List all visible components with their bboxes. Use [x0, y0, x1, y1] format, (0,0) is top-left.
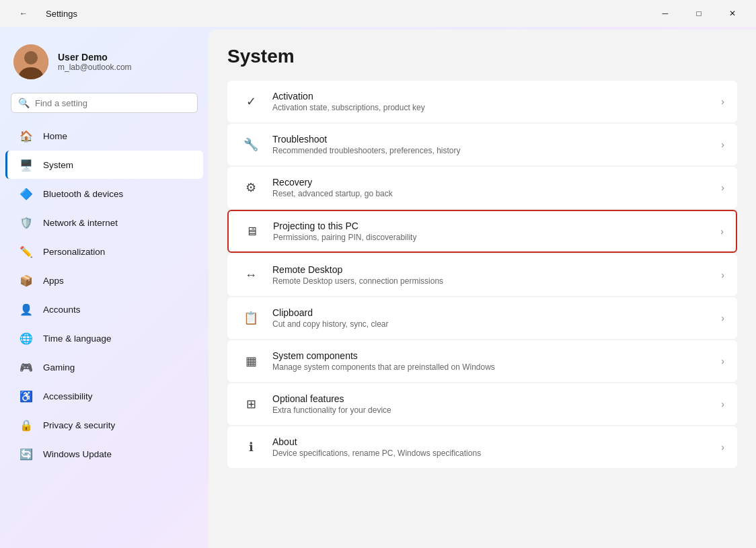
privacy-label: Privacy & security [43, 420, 115, 430]
svg-point-1 [24, 51, 38, 65]
activation-chevron: › [721, 96, 724, 107]
time-icon: 🌐 [19, 331, 34, 346]
sidebar-item-accessibility[interactable]: ♿ Accessibility [5, 382, 203, 410]
settings-item-recovery[interactable]: ⚙ Recovery Reset, advanced startup, go b… [227, 167, 737, 208]
optional-features-desc: Extra functionality for your device [272, 405, 710, 415]
sidebar-item-gaming[interactable]: 🎮 Gaming [5, 353, 203, 381]
settings-item-clipboard[interactable]: 📋 Clipboard Cut and copy history, sync, … [227, 297, 737, 339]
maximize-button[interactable]: □ [683, 3, 714, 24]
troubleshoot-icon: 🔧 [240, 134, 262, 155]
optional-features-text: Optional features Extra functionality fo… [272, 393, 710, 415]
clipboard-title: Clipboard [272, 307, 710, 318]
accounts-label: Accounts [43, 305, 81, 315]
activation-text: Activation Activation state, subscriptio… [272, 91, 710, 112]
sidebar-item-personalization[interactable]: ✏️ Personalization [5, 237, 203, 266]
troubleshoot-desc: Recommended troubleshooters, preferences… [272, 146, 710, 155]
recovery-desc: Reset, advanced startup, go back [272, 189, 710, 198]
settings-item-about[interactable]: ℹ About Device specifications, rename PC… [227, 426, 737, 468]
recovery-title: Recovery [272, 177, 710, 188]
projecting-text: Projecting to this PC Permissions, pairi… [273, 221, 710, 242]
about-chevron: › [721, 442, 724, 453]
activation-icon: ✓ [240, 91, 262, 112]
personalization-label: Personalization [43, 247, 105, 257]
remote-desktop-chevron: › [721, 270, 724, 280]
troubleshoot-title: Troubleshoot [272, 134, 710, 145]
clipboard-icon: 📋 [240, 307, 262, 329]
personalization-icon: ✏️ [19, 244, 34, 259]
settings-item-optional-features[interactable]: ⊞ Optional features Extra functionality … [227, 383, 737, 425]
settings-item-projecting[interactable]: 🖥 Projecting to this PC Permissions, pai… [227, 210, 737, 253]
remote-desktop-title: Remote Desktop [272, 264, 710, 275]
projecting-icon: 🖥 [241, 221, 262, 242]
sidebar-nav: 🏠 Home 🖥️ System 🔷 Bluetooth & devices 🛡… [0, 121, 209, 469]
clipboard-text: Clipboard Cut and copy history, sync, cl… [272, 307, 710, 329]
titlebar-title: Settings [46, 9, 77, 19]
troubleshoot-text: Troubleshoot Recommended troubleshooters… [272, 134, 710, 155]
system-components-text: System components Manage system componen… [272, 350, 710, 372]
apps-label: Apps [43, 276, 64, 286]
bluetooth-label: Bluetooth & devices [43, 189, 123, 199]
back-button[interactable]: ← [8, 3, 39, 24]
projecting-title: Projecting to this PC [273, 221, 710, 231]
accessibility-label: Accessibility [43, 391, 93, 401]
sidebar-item-home[interactable]: 🏠 Home [5, 122, 203, 150]
titlebar-controls: ─ □ ✕ [650, 3, 748, 24]
time-label: Time & language [43, 334, 112, 344]
search-input[interactable] [35, 98, 190, 108]
clipboard-chevron: › [721, 313, 724, 323]
optional-features-chevron: › [721, 399, 724, 409]
titlebar-left: ← Settings [8, 3, 77, 24]
search-bar[interactable]: 🔍 [11, 93, 198, 113]
minimize-button[interactable]: ─ [650, 3, 681, 24]
apps-icon: 📦 [19, 273, 34, 288]
recovery-icon: ⚙ [240, 177, 262, 198]
about-desc: Device specifications, rename PC, Window… [272, 448, 710, 458]
system-components-icon: ▦ [240, 350, 262, 372]
recovery-chevron: › [721, 182, 724, 193]
system-components-desc: Manage system components that are preins… [272, 362, 710, 372]
sidebar-item-network[interactable]: 🛡️ Network & internet [5, 208, 203, 237]
clipboard-desc: Cut and copy history, sync, clear [272, 319, 710, 329]
about-text: About Device specifications, rename PC, … [272, 436, 710, 458]
bluetooth-icon: 🔷 [19, 186, 34, 201]
settings-item-activation[interactable]: ✓ Activation Activation state, subscript… [227, 81, 737, 122]
update-label: Windows Update [43, 449, 112, 459]
remote-desktop-text: Remote Desktop Remote Desktop users, con… [272, 264, 710, 286]
sidebar-item-system[interactable]: 🖥️ System [5, 151, 203, 179]
settings-item-troubleshoot[interactable]: 🔧 Troubleshoot Recommended troubleshoote… [227, 124, 737, 165]
update-icon: 🔄 [19, 446, 34, 461]
remote-desktop-icon: ↔ [240, 264, 262, 286]
sidebar-item-update[interactable]: 🔄 Windows Update [5, 440, 203, 468]
sidebar: User Demo m_lab@outlook.com 🔍 🏠 Home 🖥️ … [0, 27, 209, 548]
sidebar-item-apps[interactable]: 📦 Apps [5, 266, 203, 295]
back-icon: ← [20, 9, 28, 18]
home-icon: 🏠 [19, 128, 34, 143]
sidebar-item-bluetooth[interactable]: 🔷 Bluetooth & devices [5, 180, 203, 208]
activation-desc: Activation state, subscriptions, product… [272, 103, 710, 112]
accounts-icon: 👤 [19, 302, 34, 317]
about-title: About [272, 436, 710, 447]
projecting-chevron: › [720, 226, 724, 237]
accessibility-icon: ♿ [19, 389, 34, 403]
optional-features-title: Optional features [272, 393, 710, 404]
troubleshoot-chevron: › [721, 139, 724, 150]
user-info: User Demo m_lab@outlook.com [58, 52, 132, 72]
about-icon: ℹ [240, 436, 262, 458]
sidebar-item-privacy[interactable]: 🔒 Privacy & security [5, 411, 203, 439]
settings-item-system-components[interactable]: ▦ System components Manage system compon… [227, 340, 737, 382]
network-label: Network & internet [43, 218, 118, 228]
sidebar-item-accounts[interactable]: 👤 Accounts [5, 295, 203, 323]
user-profile[interactable]: User Demo m_lab@outlook.com [0, 38, 209, 93]
search-icon: 🔍 [18, 97, 30, 108]
user-name: User Demo [58, 52, 132, 63]
system-components-title: System components [272, 350, 710, 361]
settings-item-remote-desktop[interactable]: ↔ Remote Desktop Remote Desktop users, c… [227, 254, 737, 296]
titlebar: ← Settings ─ □ ✕ [0, 0, 756, 27]
system-icon: 🖥️ [19, 157, 34, 172]
recovery-text: Recovery Reset, advanced startup, go bac… [272, 177, 710, 198]
content-area: System ✓ Activation Activation state, su… [209, 30, 756, 548]
system-label: System [43, 160, 73, 170]
gaming-label: Gaming [43, 362, 75, 373]
close-button[interactable]: ✕ [717, 3, 748, 24]
sidebar-item-time[interactable]: 🌐 Time & language [5, 324, 203, 352]
